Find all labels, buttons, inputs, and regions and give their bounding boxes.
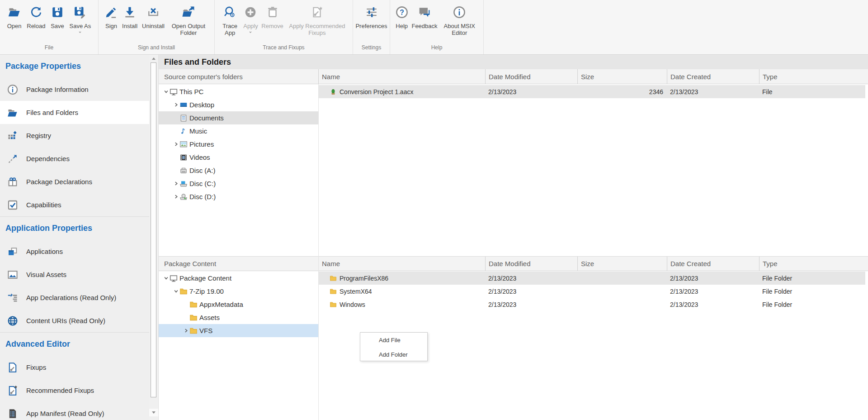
- reload-icon: [30, 3, 42, 21]
- tree-item-videos[interactable]: Videos: [159, 151, 318, 164]
- chevron-right-icon[interactable]: [184, 328, 189, 333]
- sidebar-item-dependencies[interactable]: Dependencies: [0, 147, 149, 170]
- chevron-down-icon[interactable]: [164, 89, 169, 94]
- sidebar-item-files-and-folders[interactable]: Files and Folders: [0, 101, 149, 124]
- sidebar-item-label: Fixups: [26, 363, 46, 371]
- column-header-date-modified[interactable]: Date Modified: [485, 69, 577, 84]
- sidebar-scrollbar[interactable]: [149, 55, 158, 420]
- reload-button-label: Reload: [27, 23, 45, 29]
- context-menu-item-add-file[interactable]: Add File: [360, 333, 427, 347]
- sidebar-item-label: Registry: [26, 132, 51, 139]
- tree-item-pictures[interactable]: Pictures: [159, 138, 318, 151]
- documents-icon: [179, 114, 188, 122]
- chevron-right-icon[interactable]: [174, 194, 179, 199]
- sliders-icon: [365, 3, 378, 21]
- sidebar-item-fixups[interactable]: Fixups: [0, 356, 149, 379]
- tree-item-assets[interactable]: Assets: [159, 311, 318, 324]
- preferences-button[interactable]: Preferences: [355, 3, 387, 29]
- tree-item-music[interactable]: Music: [159, 124, 318, 138]
- column-header-type[interactable]: Type: [759, 69, 865, 84]
- open-output-folder-button[interactable]: Open Output Folder: [169, 3, 208, 36]
- sidebar-section-title: Advanced Editor: [0, 333, 149, 356]
- folder-date-created: 2/13/2023: [667, 301, 759, 308]
- open-button-label: Open: [7, 23, 22, 29]
- sidebar-item-package-information[interactable]: Package Information: [0, 78, 149, 101]
- folder-row-windows[interactable]: Windows 2/13/2023 2/13/2023 File Folder: [318, 298, 865, 311]
- context-menu-item-add-folder[interactable]: Add Folder: [360, 347, 427, 362]
- sidebar-item-registry[interactable]: Registry: [0, 124, 149, 147]
- doc-wrench-star-icon: [7, 385, 18, 396]
- tree-item-appxmetadata[interactable]: AppxMetadata: [159, 298, 318, 311]
- scrollbar-up-button[interactable]: [149, 55, 158, 62]
- column-header-date-created[interactable]: Date Created: [667, 69, 759, 84]
- scrollbar-down-button[interactable]: [149, 409, 158, 416]
- doc-wrench-star-icon: [311, 3, 323, 21]
- tree-item-documents[interactable]: Documents: [159, 111, 318, 124]
- aacx-file-icon: [330, 88, 337, 95]
- computer-icon: [170, 274, 178, 282]
- chevron-right-icon[interactable]: [174, 102, 179, 107]
- ribbon-group-file: Open Reload Save Save As File: [0, 0, 99, 54]
- sidebar-item-label: Dependencies: [26, 155, 70, 162]
- save-as-icon: [74, 3, 86, 21]
- chevron-right-icon[interactable]: [174, 181, 179, 186]
- tree-item-disc-d[interactable]: Disc (D:): [159, 190, 318, 203]
- column-header-size[interactable]: Size: [577, 257, 667, 271]
- column-header-date-created[interactable]: Date Created: [667, 257, 759, 271]
- sidebar-item-label: App Manifest (Read Only): [26, 410, 104, 417]
- column-header-type[interactable]: Type: [759, 257, 865, 271]
- open-button[interactable]: Open: [7, 3, 22, 29]
- tree-item-vfs[interactable]: VFS: [159, 324, 318, 337]
- file-date-modified: 2/13/2023: [485, 88, 577, 95]
- sidebar-item-applications[interactable]: Applications: [0, 240, 149, 263]
- column-header-name[interactable]: Name: [318, 257, 485, 271]
- apply-recommended-fixups-button: Apply Recommended Fixups: [287, 3, 347, 36]
- tree-item-disc-c[interactable]: Disc (C:): [159, 177, 318, 190]
- arrow-up-icon: [152, 57, 156, 60]
- sidebar-item-app-declarations[interactable]: App Declarations (Read Only): [0, 286, 149, 309]
- sidebar-item-recommended-fixups[interactable]: Recommended Fixups: [0, 379, 149, 402]
- sidebar-item-app-manifest[interactable]: App Manifest (Read Only): [0, 402, 149, 420]
- ribbon-group-label-settings: Settings: [353, 44, 390, 54]
- chevron-down-icon[interactable]: [78, 30, 82, 34]
- doc-list-icon: [7, 408, 18, 419]
- scrollbar-thumb[interactable]: [151, 62, 156, 397]
- tree-item-desktop[interactable]: Desktop: [159, 98, 318, 111]
- sidebar-item-label: Recommended Fixups: [26, 387, 94, 394]
- install-button[interactable]: Install: [122, 3, 137, 29]
- source-files-list: Conversion Project 1.aacx 2/13/2023 2346…: [318, 85, 865, 98]
- sidebar-item-package-declarations[interactable]: Package Declarations: [0, 170, 149, 193]
- help-button[interactable]: Help: [396, 3, 408, 29]
- save-as-button[interactable]: Save As: [70, 3, 91, 34]
- feedback-button[interactable]: Feedback: [411, 3, 437, 29]
- column-header-name[interactable]: Name: [318, 69, 485, 84]
- tree-item-this-pc[interactable]: This PC: [159, 85, 318, 98]
- folder-row-systemx64[interactable]: SystemX64 2/13/2023 2/13/2023 File Folde…: [318, 285, 865, 298]
- chevron-down-icon[interactable]: [174, 289, 179, 294]
- file-row-conversion-project[interactable]: Conversion Project 1.aacx 2/13/2023 2346…: [318, 85, 865, 98]
- column-header-date-modified[interactable]: Date Modified: [485, 257, 577, 271]
- column-header-size[interactable]: Size: [577, 69, 667, 84]
- chevron-down-icon[interactable]: [164, 276, 169, 281]
- sign-button[interactable]: Sign: [105, 3, 118, 29]
- doc-wrench-icon: [7, 362, 18, 373]
- tree-item-disc-a[interactable]: Disc (A:): [159, 164, 318, 177]
- ribbon-group-label-file: File: [0, 44, 98, 54]
- about-msix-editor-button[interactable]: About MSIX Editor: [441, 3, 478, 36]
- uninstall-button[interactable]: Uninstall: [142, 3, 165, 29]
- sidebar-item-visual-assets[interactable]: Visual Assets: [0, 263, 149, 286]
- trace-app-button[interactable]: Trace App: [220, 3, 240, 36]
- sidebar-item-content-uris[interactable]: Content URIs (Read Only): [0, 309, 149, 332]
- file-date-created: 2/13/2023: [667, 88, 759, 95]
- chevron-right-icon[interactable]: [174, 142, 179, 147]
- tree-item-package-content[interactable]: Package Content: [159, 272, 318, 285]
- checkbox-icon: [7, 200, 18, 210]
- source-folders-panel-title: Source computer's folders: [159, 69, 318, 84]
- save-button[interactable]: Save: [51, 3, 64, 29]
- sidebar-item-capabilities[interactable]: Capabilities: [0, 193, 149, 216]
- tree-item-7zip[interactable]: 7-Zip 19.00: [159, 285, 318, 298]
- folder-icon: [330, 288, 337, 295]
- preferences-button-label: Preferences: [355, 23, 387, 29]
- folder-row-programfilesx86[interactable]: ProgramFilesX86 2/13/2023 2/13/2023 File…: [318, 272, 865, 285]
- reload-button[interactable]: Reload: [27, 3, 45, 29]
